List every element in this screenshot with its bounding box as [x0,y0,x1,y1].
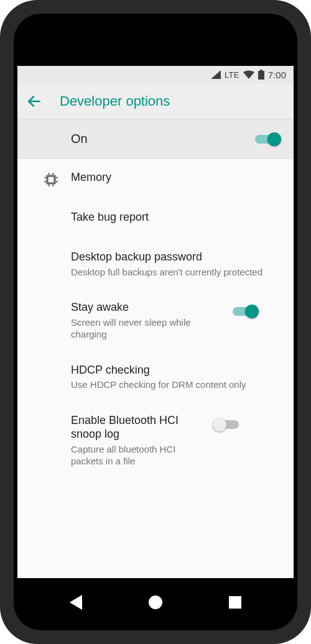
screen: LTE 7:00 Developer [17,66,294,578]
top-bezel [17,17,294,66]
nav-home-circle-icon [149,596,162,609]
phone-frame: LTE 7:00 Developer [0,0,311,644]
stay-awake-switch[interactable] [233,304,258,319]
setting-subtitle: Screen will never sleep while charging [71,316,226,341]
back-button[interactable] [26,93,42,109]
setting-row-bug-report[interactable]: Take bug report [17,199,294,239]
cellular-signal-icon [211,70,221,79]
memory-chip-icon [43,172,59,188]
setting-subtitle: Desktop full backups aren't currently pr… [71,266,274,278]
setting-title: Stay awake [71,300,226,315]
svg-rect-8 [56,177,58,178]
svg-rect-9 [56,181,58,182]
nav-recents-square-icon [229,596,241,609]
svg-rect-10 [49,173,50,175]
app-bar: Developer options [17,83,294,119]
svg-rect-7 [44,181,46,182]
status-clock: 7:00 [268,70,286,80]
svg-rect-6 [44,177,46,178]
setting-row-memory[interactable]: Memory [17,159,294,199]
setting-title: HDCP checking [71,363,274,377]
nav-recents-button[interactable] [220,587,250,617]
master-toggle-switch[interactable] [255,132,280,147]
setting-row-bt-hci-snoop[interactable]: Enable Bluetooth HCI snoop log Capture a… [17,402,294,479]
setting-row-stay-awake[interactable]: Stay awake Screen will never sleep while… [17,289,294,352]
wifi-icon [243,70,254,79]
network-type-label: LTE [225,70,239,80]
bt-hci-snoop-switch[interactable] [214,417,239,432]
status-bar: LTE 7:00 [17,66,294,83]
setting-row-backup-password[interactable]: Desktop backup password Desktop full bac… [17,239,294,289]
svg-rect-12 [49,185,50,186]
battery-icon [258,70,264,80]
nav-back-button[interactable] [61,587,91,617]
setting-title: Enable Bluetooth HCI snoop log [71,413,208,441]
settings-list: On [17,119,294,578]
setting-title: Take bug report [71,210,274,224]
navigation-bar [17,578,294,627]
svg-rect-2 [258,71,264,80]
svg-rect-13 [52,185,53,186]
svg-rect-1 [260,70,262,71]
page-title: Developer options [60,93,170,109]
svg-rect-11 [52,173,53,175]
svg-marker-0 [211,70,221,79]
setting-subtitle: Capture all bluetooth HCI packets in a f… [71,443,208,467]
master-toggle-label: On [71,132,88,146]
developer-options-master-toggle-row[interactable]: On [17,119,294,159]
nav-back-triangle-icon [70,595,82,610]
setting-subtitle: Use HDCP checking for DRM content only [71,379,274,391]
setting-row-hdcp-checking[interactable]: HDCP checking Use HDCP checking for DRM … [17,352,294,402]
setting-title: Memory [71,170,274,185]
svg-rect-5 [49,177,54,183]
setting-title: Desktop backup password [71,250,274,264]
nav-home-button[interactable] [141,587,170,617]
